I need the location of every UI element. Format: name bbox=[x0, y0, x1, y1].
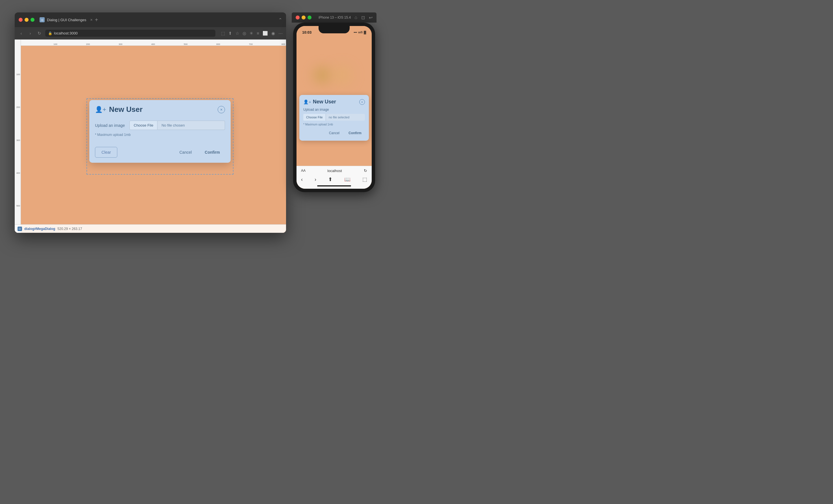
maximize-traffic-light[interactable] bbox=[30, 18, 34, 22]
share-icon[interactable]: ⬆ bbox=[229, 31, 232, 36]
bookmark-icon[interactable]: ☆ bbox=[235, 31, 239, 36]
phone-reload-button[interactable]: ↻ bbox=[364, 168, 367, 173]
max-upload-note: * Maximum upload 1mb bbox=[95, 133, 225, 137]
main-dialog: 👤+ New User × Upload an image Choose Fil… bbox=[89, 100, 231, 163]
phone-tabs-button[interactable]: ⬚ bbox=[362, 176, 367, 182]
phone-forward-button[interactable]: › bbox=[315, 177, 316, 182]
phone-wifi-icon: wifi bbox=[358, 30, 363, 34]
ruler-tick-v: 100 bbox=[16, 73, 20, 76]
phone-content: 👤+ New User × Upload an image Choose Fil… bbox=[296, 39, 372, 189]
tab-overview-icon[interactable]: ⬜ bbox=[263, 31, 268, 36]
cancel-button[interactable]: Cancel bbox=[174, 147, 197, 157]
minimize-traffic-light[interactable] bbox=[25, 18, 28, 22]
puzzle-icon[interactable]: ✳ bbox=[249, 31, 253, 36]
phone-share-button[interactable]: ⬆ bbox=[328, 176, 332, 182]
ruler-tick-v: 400 bbox=[16, 172, 20, 174]
ruler-tick: 700 bbox=[249, 43, 253, 46]
file-input-wrapper: Choose File No file chosen bbox=[129, 121, 225, 130]
extensions-icon[interactable]: ◎ bbox=[242, 31, 246, 36]
phone-maximize-light[interactable] bbox=[308, 16, 311, 20]
back-button[interactable]: ‹ bbox=[18, 31, 24, 35]
profile-icon[interactable]: ◉ bbox=[271, 31, 275, 36]
phone-dialog-close-button[interactable]: × bbox=[359, 99, 365, 105]
tab-options-button[interactable]: ⌃ bbox=[279, 17, 282, 23]
more-icon[interactable]: ⋯ bbox=[279, 31, 283, 36]
browser-content: 100 200 300 400 500 600 700 800 100 200 … bbox=[15, 40, 286, 233]
phone-aa-label[interactable]: AA bbox=[301, 169, 306, 173]
dialog-close-button[interactable]: × bbox=[218, 106, 225, 113]
dialog-body: Upload an image Choose File No file chos… bbox=[89, 118, 231, 147]
phone-screenshot-icon[interactable]: ⊡ bbox=[361, 15, 365, 20]
phone-signal-icon: ▪▪▪ bbox=[354, 30, 357, 34]
phone-nav-bar: ‹ › ⬆ 📖 ⬚ bbox=[301, 175, 367, 184]
phone-titlebar: iPhone 13 – iOS 15.4 ⌂ ⊡ ↩ bbox=[292, 12, 377, 23]
phone-close-light[interactable] bbox=[296, 16, 300, 20]
phone-back-button[interactable]: ‹ bbox=[301, 177, 303, 182]
phone-traffic-lights bbox=[296, 16, 311, 20]
phone-bottom-bar: AA localhost ↻ ‹ › ⬆ 📖 ⬚ bbox=[296, 166, 372, 189]
browser-window: ◎ Dialog | GUI Challenges × + ⌃ ‹ › ↻ 🔒 … bbox=[15, 12, 286, 233]
upload-label: Upload an image bbox=[95, 123, 126, 128]
address-field[interactable]: 🔒 localhost:3000 bbox=[45, 30, 215, 37]
phone-new-user-icon: 👤+ bbox=[303, 99, 311, 104]
phone-url-bar: AA localhost ↻ bbox=[301, 168, 367, 173]
browser-titlebar: ◎ Dialog | GUI Challenges × + ⌃ bbox=[15, 12, 286, 27]
traffic-lights bbox=[19, 18, 34, 22]
phone-confirm-button[interactable]: Confirm bbox=[345, 129, 365, 137]
forward-button[interactable]: › bbox=[27, 31, 33, 35]
tab-favicon: ◎ bbox=[40, 17, 45, 22]
phone-bookmarks-button[interactable]: 📖 bbox=[344, 176, 351, 182]
ruler-tick: 600 bbox=[216, 43, 220, 46]
phone-frame: iPhone 13 – iOS 15.4 ⌂ ⊡ ↩ 10:03 ▪▪▪ wif… bbox=[292, 12, 377, 222]
close-traffic-light[interactable] bbox=[19, 18, 23, 22]
phone-title-text: iPhone 13 – iOS 15.4 bbox=[318, 16, 351, 20]
choose-file-button[interactable]: Choose File bbox=[129, 121, 158, 130]
phone-device: 10:03 ▪▪▪ wifi ▓ 👤+ New User bbox=[293, 23, 375, 192]
confirm-button[interactable]: Confirm bbox=[199, 147, 225, 157]
dialog-header: 👤+ New User × bbox=[89, 100, 231, 118]
toolbar-icons: ⬚ ⬆ ☆ ◎ ✳ ≡ ⬜ ◉ ⋯ bbox=[221, 31, 283, 36]
ruler-tick: 200 bbox=[86, 43, 90, 46]
phone-home-icon[interactable]: ⌂ bbox=[354, 15, 357, 20]
status-icon: ⊡ bbox=[18, 227, 22, 231]
url-text: localhost:3000 bbox=[54, 31, 78, 35]
phone-minimize-light[interactable] bbox=[302, 16, 306, 20]
phone-upload-label: Upload an image bbox=[303, 108, 365, 111]
phone-dialog-title: New User bbox=[313, 99, 336, 105]
no-file-text: No file chosen bbox=[158, 121, 225, 130]
ruler-tick: 400 bbox=[151, 43, 155, 46]
phone-choose-file-button[interactable]: Choose File bbox=[303, 114, 326, 121]
ruler-tick-v: 500 bbox=[16, 204, 20, 207]
address-bar: ‹ › ↻ 🔒 localhost:3000 ⬚ ⬆ ☆ ◎ ✳ ≡ ⬜ ◉ ⋯ bbox=[15, 27, 286, 40]
phone-cancel-button[interactable]: Cancel bbox=[326, 129, 343, 137]
clear-button[interactable]: Clear bbox=[95, 147, 117, 158]
phone-blob-2 bbox=[325, 64, 359, 86]
ruler-top: 100 200 300 400 500 600 700 800 bbox=[15, 40, 286, 46]
phone-time: 10:03 bbox=[302, 30, 311, 34]
phone-url-text: localhost bbox=[327, 169, 342, 173]
ruler-tick: 500 bbox=[184, 43, 187, 46]
new-tab-button[interactable]: + bbox=[95, 17, 98, 23]
upload-row: Upload an image Choose File No file chos… bbox=[95, 121, 225, 130]
phone-notch bbox=[318, 26, 350, 33]
phone-home-indicator[interactable] bbox=[317, 185, 351, 186]
phone-status-bar: 10:03 ▪▪▪ wifi ▓ bbox=[296, 26, 372, 39]
ruler-tick-v: 200 bbox=[16, 106, 20, 108]
external-link-icon[interactable]: ⬚ bbox=[221, 31, 225, 36]
phone-dialog-title-row: 👤+ New User bbox=[303, 99, 336, 105]
phone-max-upload-note: * Maximum upload 1mb bbox=[303, 123, 365, 126]
dialog-title: New User bbox=[109, 105, 215, 114]
tab-bar: ◎ Dialog | GUI Challenges × + bbox=[40, 17, 276, 23]
phone-rotate-icon[interactable]: ↩ bbox=[369, 15, 373, 20]
phone-dialog: 👤+ New User × Upload an image Choose Fil… bbox=[299, 95, 369, 141]
reload-button[interactable]: ↻ bbox=[36, 31, 42, 36]
lock-icon: 🔒 bbox=[48, 31, 52, 35]
ruler-tick: 100 bbox=[53, 43, 57, 46]
tab-title: Dialog | GUI Challenges bbox=[47, 18, 86, 22]
ruler-left: 100 200 300 400 500 bbox=[15, 40, 21, 233]
ruler-tick-v: 300 bbox=[16, 139, 20, 141]
new-user-icon: 👤+ bbox=[95, 106, 106, 113]
phone-status-icons: ▪▪▪ wifi ▓ bbox=[354, 30, 366, 34]
list-icon[interactable]: ≡ bbox=[257, 31, 259, 36]
tab-close-button[interactable]: × bbox=[90, 18, 92, 22]
